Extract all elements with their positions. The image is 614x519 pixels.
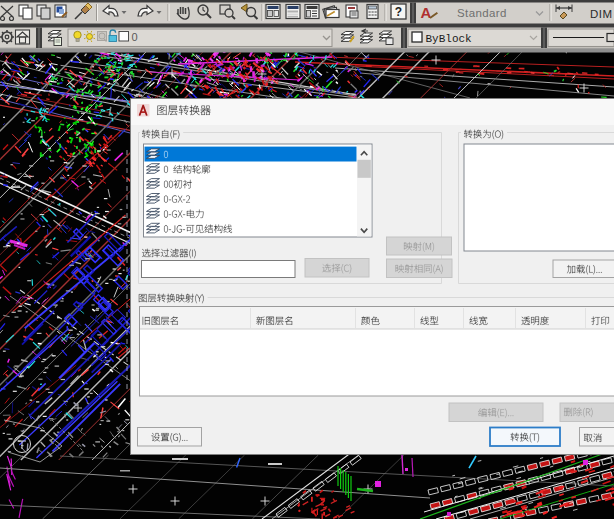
svg-text:ByBlock: ByBlock [426, 33, 473, 45]
svg-text:?: ? [395, 5, 402, 19]
svg-text:A: A [421, 4, 432, 21]
svg-text:DIM: DIM [590, 8, 613, 20]
svg-text:0: 0 [132, 31, 138, 43]
svg-text:Standard: Standard [457, 7, 507, 19]
